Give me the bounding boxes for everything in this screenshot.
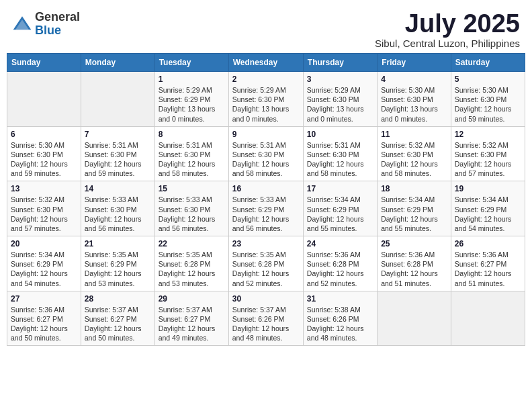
day-number: 11 (381, 130, 447, 139)
calendar-cell (451, 291, 525, 346)
calendar-cell: 22Sunrise: 5:35 AMSunset: 6:28 PMDayligh… (154, 236, 228, 291)
day-info: Sunrise: 5:32 AMSunset: 6:30 PMDaylight:… (455, 140, 521, 179)
calendar-cell: 9Sunrise: 5:31 AMSunset: 6:30 PMDaylight… (228, 126, 303, 181)
day-info: Sunrise: 5:33 AMSunset: 6:30 PMDaylight:… (85, 195, 151, 233)
logo: General Blue (12, 11, 80, 38)
day-info: Sunrise: 5:34 AMSunset: 6:29 PMDaylight:… (381, 195, 447, 233)
logo-text: General Blue (35, 11, 80, 38)
calendar-cell: 2Sunrise: 5:29 AMSunset: 6:30 PMDaylight… (228, 72, 303, 127)
day-number: 9 (232, 130, 300, 139)
calendar-cell: 21Sunrise: 5:35 AMSunset: 6:29 PMDayligh… (81, 236, 154, 291)
day-info: Sunrise: 5:32 AMSunset: 6:30 PMDaylight:… (381, 140, 447, 179)
calendar-cell: 4Sunrise: 5:30 AMSunset: 6:30 PMDaylight… (378, 72, 451, 127)
day-info: Sunrise: 5:36 AMSunset: 6:27 PMDaylight:… (455, 250, 521, 288)
day-info: Sunrise: 5:31 AMSunset: 6:30 PMDaylight:… (232, 140, 300, 179)
calendar-cell: 10Sunrise: 5:31 AMSunset: 6:30 PMDayligh… (303, 126, 377, 181)
calendar-cell: 1Sunrise: 5:29 AMSunset: 6:29 PMDaylight… (154, 72, 228, 127)
day-info: Sunrise: 5:35 AMSunset: 6:29 PMDaylight:… (85, 250, 151, 288)
calendar-cell: 7Sunrise: 5:31 AMSunset: 6:30 PMDaylight… (81, 126, 154, 181)
day-number: 12 (455, 130, 521, 139)
weekday-header-saturday: Saturday (451, 54, 525, 72)
calendar-cell: 6Sunrise: 5:30 AMSunset: 6:30 PMDaylight… (7, 126, 81, 181)
day-number: 31 (307, 294, 373, 304)
weekday-header-friday: Friday (378, 54, 451, 72)
calendar-cell: 5Sunrise: 5:30 AMSunset: 6:30 PMDaylight… (451, 72, 525, 127)
logo-blue-text: Blue (35, 24, 80, 38)
weekday-header-wednesday: Wednesday (228, 54, 303, 72)
calendar-table: SundayMondayTuesdayWednesdayThursdayFrid… (7, 53, 525, 346)
calendar-cell: 29Sunrise: 5:37 AMSunset: 6:27 PMDayligh… (154, 291, 228, 346)
day-info: Sunrise: 5:38 AMSunset: 6:26 PMDaylight:… (307, 305, 373, 343)
calendar-cell: 11Sunrise: 5:32 AMSunset: 6:30 PMDayligh… (378, 126, 451, 181)
day-number: 1 (159, 75, 225, 84)
logo-icon (12, 14, 32, 34)
calendar-title: July 2025 (375, 11, 520, 36)
logo-general-text: General (35, 11, 80, 24)
calendar-week-4: 20Sunrise: 5:34 AMSunset: 6:29 PMDayligh… (7, 236, 525, 291)
day-info: Sunrise: 5:36 AMSunset: 6:27 PMDaylight:… (11, 305, 77, 343)
calendar-cell: 19Sunrise: 5:34 AMSunset: 6:29 PMDayligh… (451, 181, 525, 236)
calendar-cell: 13Sunrise: 5:32 AMSunset: 6:30 PMDayligh… (7, 181, 81, 236)
day-number: 29 (159, 294, 225, 304)
day-info: Sunrise: 5:33 AMSunset: 6:30 PMDaylight:… (159, 195, 225, 233)
day-number: 4 (381, 75, 447, 84)
calendar-cell: 25Sunrise: 5:36 AMSunset: 6:28 PMDayligh… (378, 236, 451, 291)
day-info: Sunrise: 5:31 AMSunset: 6:30 PMDaylight:… (159, 140, 225, 179)
day-number: 21 (85, 239, 151, 248)
calendar-location: Sibul, Central Luzon, Philippines (375, 38, 520, 49)
calendar-week-3: 13Sunrise: 5:32 AMSunset: 6:30 PMDayligh… (7, 181, 525, 236)
day-info: Sunrise: 5:35 AMSunset: 6:28 PMDaylight:… (232, 250, 300, 288)
calendar-cell: 30Sunrise: 5:37 AMSunset: 6:26 PMDayligh… (228, 291, 303, 346)
calendar-cell: 24Sunrise: 5:36 AMSunset: 6:28 PMDayligh… (303, 236, 377, 291)
day-info: Sunrise: 5:36 AMSunset: 6:28 PMDaylight:… (381, 250, 447, 288)
calendar-cell: 15Sunrise: 5:33 AMSunset: 6:30 PMDayligh… (154, 181, 228, 236)
calendar-cell: 20Sunrise: 5:34 AMSunset: 6:29 PMDayligh… (7, 236, 81, 291)
day-info: Sunrise: 5:33 AMSunset: 6:29 PMDaylight:… (232, 195, 300, 233)
day-info: Sunrise: 5:29 AMSunset: 6:29 PMDaylight:… (159, 85, 225, 124)
day-info: Sunrise: 5:31 AMSunset: 6:30 PMDaylight:… (307, 140, 373, 179)
day-number: 30 (232, 294, 300, 304)
day-number: 26 (455, 239, 521, 248)
calendar-cell (81, 72, 154, 127)
page-header: General Blue July 2025 Sibul, Central Lu… (7, 7, 525, 49)
calendar-cell: 23Sunrise: 5:35 AMSunset: 6:28 PMDayligh… (228, 236, 303, 291)
day-number: 13 (11, 184, 77, 193)
day-number: 15 (159, 184, 225, 193)
day-number: 27 (11, 294, 77, 304)
calendar-cell: 18Sunrise: 5:34 AMSunset: 6:29 PMDayligh… (378, 181, 451, 236)
weekday-header-thursday: Thursday (303, 54, 377, 72)
day-number: 10 (307, 130, 373, 139)
day-number: 2 (232, 75, 300, 84)
day-number: 24 (307, 239, 373, 248)
calendar-week-5: 27Sunrise: 5:36 AMSunset: 6:27 PMDayligh… (7, 291, 525, 346)
day-number: 3 (307, 75, 373, 84)
day-number: 14 (85, 184, 151, 193)
day-number: 5 (455, 75, 521, 84)
day-info: Sunrise: 5:37 AMSunset: 6:27 PMDaylight:… (85, 305, 151, 343)
calendar-cell: 16Sunrise: 5:33 AMSunset: 6:29 PMDayligh… (228, 181, 303, 236)
weekday-header-row: SundayMondayTuesdayWednesdayThursdayFrid… (7, 54, 525, 72)
calendar-cell: 17Sunrise: 5:34 AMSunset: 6:29 PMDayligh… (303, 181, 377, 236)
day-info: Sunrise: 5:30 AMSunset: 6:30 PMDaylight:… (455, 85, 521, 124)
day-info: Sunrise: 5:32 AMSunset: 6:30 PMDaylight:… (11, 195, 77, 233)
day-info: Sunrise: 5:30 AMSunset: 6:30 PMDaylight:… (11, 140, 77, 179)
day-info: Sunrise: 5:36 AMSunset: 6:28 PMDaylight:… (307, 250, 373, 288)
calendar-cell: 27Sunrise: 5:36 AMSunset: 6:27 PMDayligh… (7, 291, 81, 346)
calendar-cell (7, 72, 81, 127)
day-info: Sunrise: 5:30 AMSunset: 6:30 PMDaylight:… (381, 85, 447, 124)
day-info: Sunrise: 5:34 AMSunset: 6:29 PMDaylight:… (307, 195, 373, 233)
day-info: Sunrise: 5:31 AMSunset: 6:30 PMDaylight:… (85, 140, 151, 179)
day-info: Sunrise: 5:35 AMSunset: 6:28 PMDaylight:… (159, 250, 225, 288)
calendar-cell (378, 291, 451, 346)
title-block: July 2025 Sibul, Central Luzon, Philippi… (375, 11, 520, 49)
day-number: 22 (159, 239, 225, 248)
day-info: Sunrise: 5:29 AMSunset: 6:30 PMDaylight:… (232, 85, 300, 124)
day-info: Sunrise: 5:34 AMSunset: 6:29 PMDaylight:… (11, 250, 77, 288)
day-number: 18 (381, 184, 447, 193)
day-info: Sunrise: 5:37 AMSunset: 6:27 PMDaylight:… (159, 305, 225, 343)
day-number: 23 (232, 239, 300, 248)
calendar-week-2: 6Sunrise: 5:30 AMSunset: 6:30 PMDaylight… (7, 126, 525, 181)
day-info: Sunrise: 5:34 AMSunset: 6:29 PMDaylight:… (455, 195, 521, 233)
calendar-cell: 3Sunrise: 5:29 AMSunset: 6:30 PMDaylight… (303, 72, 377, 127)
weekday-header-sunday: Sunday (7, 54, 81, 72)
